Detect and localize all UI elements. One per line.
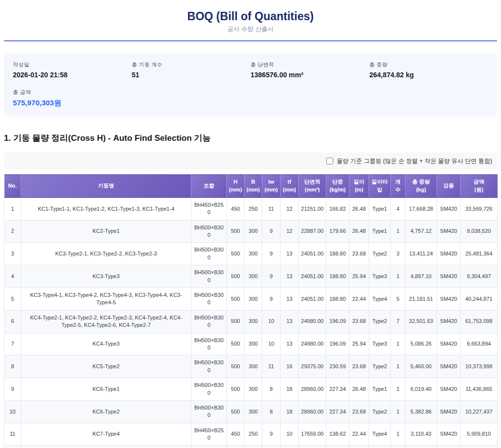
grouping-bar: 물량 기준 그룹핑 (많은 순 정렬 + 작은 물량 유사 단면 통합) [4,153,497,169]
table-cell: BH500×B300 [191,355,227,378]
table-cell: 23.68 [349,310,369,333]
table-cell: 227.34 [326,400,349,423]
table-cell: 24051.00 [299,265,326,288]
table-cell: Type1 [369,197,391,220]
column-header: 금액 (원) [461,175,498,198]
table-cell: 1 [391,378,406,401]
table-cell: BH500×B300 [191,288,227,311]
summary-value: 1386576.00 mm² [250,71,370,79]
table-cell: 18 [281,400,299,423]
table-cell: 500 [227,265,245,288]
header-divider [4,40,497,41]
summary-value: 264,874.82 kg [370,71,489,79]
table-cell: 26.48 [349,378,369,401]
table-row: 10KC6-Type2BH500×B30050030081828960.0022… [4,400,498,423]
table-cell: SM420 [437,265,461,288]
table-cell: 26.48 [349,197,369,220]
table-cell: SM420 [437,400,461,423]
summary-label: 총 중량 [370,61,489,68]
table-cell: 24980.00 [299,333,326,355]
table-cell: KC6-Type2 [21,400,191,423]
table-row: 11KC7-Type4BH450×B25045025091017659.0013… [4,423,498,446]
table-cell: 500 [227,288,245,311]
table-cell: Type2 [369,243,391,265]
table-cell: 11 [262,197,281,220]
table-cell: Type1 [369,378,391,401]
table-cell: KC4-Type2-1, KC4-Type2-2, KC4-Type2-3, K… [21,310,191,333]
table-cell: 10,373,998 [461,355,498,378]
table-cell: 500 [227,333,245,355]
table-cell: 9,038,520 [461,220,498,243]
table-cell: Type2 [369,400,391,423]
grouping-checkbox[interactable] [326,158,333,164]
table-cell: 5,460.00 [406,355,437,378]
table-row: 7KC4-Type3BH500×B300500300101324980.0019… [4,333,498,355]
column-header: 총 중량 (kg) [406,175,437,198]
table-cell: 300 [245,400,262,423]
table-cell: 300 [245,355,262,378]
table-cell: 10 [281,446,299,448]
table-row: 12KC8-Type2BH450×B25045025081016816.0013… [4,446,498,448]
table-cell: 4 [391,197,406,220]
table-cell: 250 [245,423,262,446]
column-header: 단중 (kg/m) [326,175,349,198]
table-cell: 188.80 [326,288,349,311]
table-cell: 22887.00 [299,220,326,243]
table-cell: 3 [391,243,406,265]
summary-value: 575,970,303원 [13,98,132,108]
table-cell: 25,481,364 [461,243,498,265]
table-cell: 450 [227,423,245,446]
table-cell: 1 [4,197,21,220]
table-cell: SM420 [437,423,461,446]
table-cell: 61,753,098 [461,310,498,333]
table-row: 3KC3-Type2-1, KC3-Type2-2, KC3-Type2-3BH… [4,243,498,265]
summary-field: 총 기둥 개수51 [132,61,251,79]
table-cell: KC4-Type3 [21,333,191,355]
column-header: No. [4,175,21,198]
table-cell: 11 [4,423,21,446]
table-cell: 9,304,497 [461,265,498,288]
table-cell: 300 [245,378,262,401]
table-cell: 6,019.40 [406,378,437,401]
table-cell: 8 [4,355,21,378]
summary-field: 총 단면적1386576.00 mm² [250,61,370,79]
table-cell: 12 [281,197,299,220]
table-cell: 1 [391,446,406,448]
table-row: 8KC5-Type2BH500×B300500300111629375.0023… [4,355,498,378]
table-cell: BH450×B250 [191,423,227,446]
table-cell: 4,757.12 [406,220,437,243]
column-header: H (mm) [227,175,245,198]
table-cell: 138.62 [326,423,349,446]
summary-field: 작성일2026-01-20 21:58 [13,61,132,79]
table-cell: SM420 [437,310,461,333]
table-cell: KC3-Type2-1, KC3-Type2-2, KC3-Type2-3 [21,243,191,265]
column-header: 조합 [191,175,227,198]
table-cell: 9,663,894 [461,333,498,355]
table-cell: 196.09 [326,333,349,355]
table-cell: 10 [4,400,21,423]
table-cell: SM420 [437,197,461,220]
table-cell: 13,411.24 [406,243,437,265]
table-cell: BH450×B250 [191,446,227,448]
table-cell: 450 [227,446,245,448]
table-cell: 16816.00 [299,446,326,448]
table-cell: Type3 [369,265,391,288]
table-cell: 9 [262,265,281,288]
table-cell: SM420 [437,333,461,355]
table-cell: BH450×B250 [191,197,227,220]
summary-card: 작성일2026-01-20 21:58총 기둥 개수51총 단면적1386576… [4,53,497,117]
table-cell: KC8-Type2 [21,446,191,448]
table-cell: 300 [245,220,262,243]
table-cell: BH500×B300 [191,400,227,423]
column-header: tf (mm) [281,175,299,198]
table-cell: 18 [281,378,299,401]
table-cell: BH500×B300 [191,333,227,355]
table-cell: 3,125.63 [406,446,437,448]
table-cell: BH500×B300 [191,310,227,333]
table-cell: 21,181.51 [406,288,437,311]
table-cell: 7 [4,333,21,355]
table-cell: 23.68 [349,243,369,265]
boq-page: BOQ (Bill of Quantities) 공사 수량 산출서 작성일20… [0,0,501,448]
grouping-checkbox-label[interactable]: 물량 기준 그룹핑 (많은 순 정렬 + 작은 물량 유사 단면 통합) [326,157,492,165]
table-cell: 6 [4,310,21,333]
